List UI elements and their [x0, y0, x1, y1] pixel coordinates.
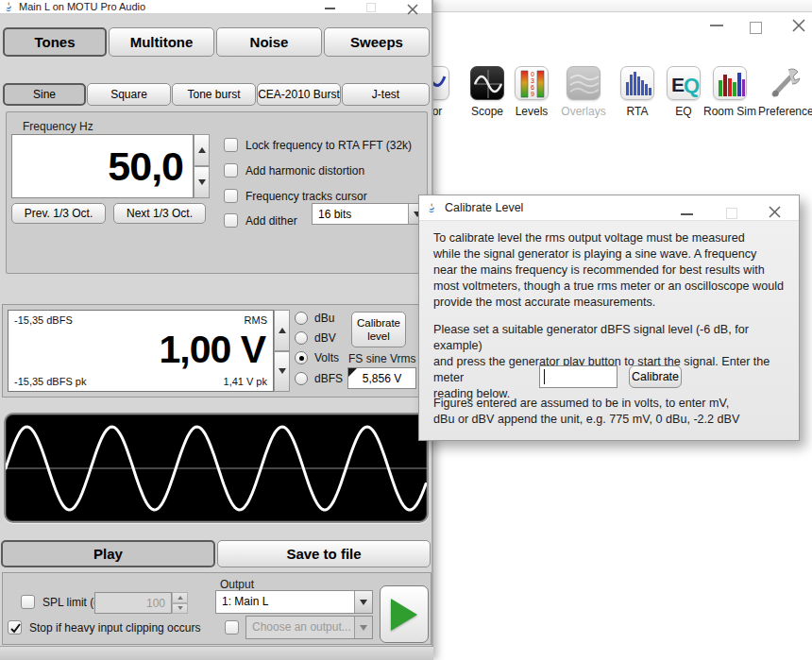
close-icon[interactable] — [407, 2, 418, 13]
output-label: Output — [220, 578, 254, 591]
level-meter: -15,35 dBFS RMS 1,00 V -15,35 dBFS pk 1,… — [8, 310, 274, 392]
radio-icon[interactable] — [295, 312, 308, 325]
preferences-wrench-icon — [768, 66, 802, 100]
output-select-value: 1: Main L — [216, 591, 354, 613]
prev-third-octave-button[interactable]: Prev. 1/3 Oct. — [11, 203, 106, 224]
close-icon[interactable] — [791, 18, 806, 33]
add-dither-checkbox[interactable]: Add dither — [224, 213, 297, 228]
output-select[interactable]: 1: Main L — [215, 590, 373, 614]
maximize-icon[interactable] — [366, 3, 376, 12]
lock-fft-checkbox[interactable]: Lock frequency to RTA FFT (32k) — [224, 138, 412, 152]
tab-noise[interactable]: Noise — [216, 27, 322, 57]
frequency-value: 50,0 — [108, 144, 183, 190]
maximize-icon[interactable] — [750, 22, 762, 34]
levels-icon-digits: 0369 — [531, 71, 534, 97]
generator-titlebar[interactable]: Main L on MOTU Pro Audio — [0, 0, 431, 14]
save-to-file-button[interactable]: Save to file — [217, 540, 431, 567]
close-icon[interactable] — [768, 205, 782, 219]
tab-multitone[interactable]: Multitone — [109, 27, 214, 57]
overlays-icon — [567, 66, 601, 100]
subtab-cea2010[interactable]: CEA-2010 Burst — [257, 83, 341, 106]
toolbar-item-roomsim[interactable]: Room Sim — [703, 66, 756, 118]
checkbox-unchecked-icon[interactable] — [224, 138, 238, 152]
eq-icon-letter-e: E — [671, 74, 685, 95]
room-sim-icon — [713, 66, 747, 100]
checkbox-unchecked-icon[interactable] — [224, 213, 238, 228]
play-button[interactable]: Play — [1, 540, 215, 567]
checkbox-unchecked-icon[interactable] — [225, 620, 239, 635]
radio-selected-icon[interactable] — [295, 351, 308, 364]
meter-dbfs-rms: -15,35 dBFS — [14, 314, 73, 326]
rta-icon — [620, 66, 654, 100]
unit-label-volts: Volts — [314, 351, 339, 364]
dialog-title: Calibrate Level — [445, 201, 523, 214]
toolbar-item-levels[interactable]: 0369 Levels — [505, 66, 558, 118]
checkbox-unchecked-icon[interactable] — [224, 189, 238, 203]
unit-radio-dbu[interactable]: dBu — [295, 312, 334, 325]
frequency-stepper[interactable] — [194, 134, 210, 198]
subtab-toneburst[interactable]: Tone burst — [172, 83, 256, 106]
text-caret — [544, 369, 545, 384]
checkbox-checked-icon[interactable] — [8, 620, 22, 635]
calibrate-level-button[interactable]: Calibrate level — [351, 312, 406, 347]
subtab-sine[interactable]: Sine — [3, 83, 86, 106]
subtab-jtest[interactable]: J-test — [342, 83, 430, 106]
minimize-icon[interactable] — [325, 8, 335, 9]
add-dither-label: Add dither — [245, 214, 297, 228]
dither-bits-value: 16 bits — [313, 204, 408, 224]
stop-clipping-label: Stop if heavy input clipping occurs — [29, 621, 200, 635]
toolbar-label-preferences: Preference — [758, 105, 811, 118]
harmonic-distortion-checkbox[interactable]: Add harmonic distortion — [224, 163, 364, 178]
toolbar-item-eq[interactable]: E Q EQ — [657, 66, 710, 118]
dialog-instructions-1: To calibrate level the rms output voltag… — [433, 230, 784, 311]
unit-radio-dbv[interactable]: dBV — [295, 331, 336, 345]
unit-label-dbv: dBV — [314, 331, 336, 345]
minimize-icon[interactable] — [681, 213, 693, 215]
unit-radio-volts[interactable]: Volts — [295, 351, 339, 364]
radio-icon[interactable] — [295, 372, 308, 385]
spl-limit-value: 100 — [95, 593, 171, 613]
unit-label-dbu: dBu — [314, 312, 334, 325]
tracks-cursor-checkbox[interactable]: Frequency tracks cursor — [224, 189, 367, 203]
checkbox-unchecked-icon[interactable] — [21, 595, 35, 609]
minimize-icon[interactable] — [710, 25, 723, 26]
dialog-titlebar[interactable]: Calibrate Level — [419, 195, 799, 221]
output2-checkbox[interactable] — [225, 620, 239, 635]
lock-fft-label: Lock frequency to RTA FFT (32k) — [245, 139, 412, 152]
toolbar-item-rta[interactable]: RTA — [611, 66, 664, 118]
generator-play-button[interactable] — [380, 585, 429, 643]
level-step-up[interactable] — [274, 310, 290, 351]
toolbar-label-rta: RTA — [611, 105, 664, 118]
stop-clipping-checkbox[interactable]: Stop if heavy input clipping occurs — [8, 620, 200, 635]
meter-dbfs-pk: -15,35 dBFS pk — [14, 376, 86, 387]
radio-icon[interactable] — [295, 331, 308, 345]
chevron-down-icon[interactable] — [354, 591, 372, 613]
unit-radio-dbfs[interactable]: dBFS — [295, 372, 343, 385]
fs-sine-vrms-field[interactable]: 5,856 V — [347, 367, 416, 389]
levels-icon: 0369 — [515, 66, 549, 100]
toolbar-item-preferences[interactable]: Preference — [758, 66, 811, 118]
waveform-display — [4, 413, 429, 523]
fs-sine-vrms-label: FS sine Vrms — [348, 352, 416, 365]
generator-window: Main L on MOTU Pro Audio Tones Multitone… — [0, 0, 433, 660]
level-stepper[interactable] — [274, 310, 290, 392]
window-bottom-edge — [0, 646, 433, 660]
dither-bits-select[interactable]: 16 bits — [312, 203, 427, 225]
next-third-octave-button[interactable]: Next 1/3 Oct. — [113, 203, 206, 224]
java-app-icon — [426, 202, 437, 213]
maximize-icon[interactable] — [726, 208, 737, 219]
frequency-step-up[interactable] — [194, 134, 210, 166]
subtab-square[interactable]: Square — [87, 83, 171, 106]
frequency-step-down[interactable] — [194, 166, 210, 198]
calibrate-button[interactable]: Calibrate — [629, 365, 682, 388]
spl-limit-field: 100 — [94, 592, 172, 614]
tab-tones[interactable]: Tones — [3, 27, 107, 57]
toolbar-label-overlays: Overlays — [557, 105, 610, 118]
tab-sweeps[interactable]: Sweeps — [324, 27, 430, 57]
checkbox-unchecked-icon[interactable] — [224, 163, 238, 178]
frequency-input[interactable]: 50,0 — [11, 134, 194, 198]
unit-label-dbfs: dBFS — [314, 372, 343, 385]
toolbar-item-overlays: Overlays — [557, 66, 610, 118]
meter-reading-input[interactable] — [539, 365, 617, 388]
level-step-down[interactable] — [274, 351, 290, 393]
